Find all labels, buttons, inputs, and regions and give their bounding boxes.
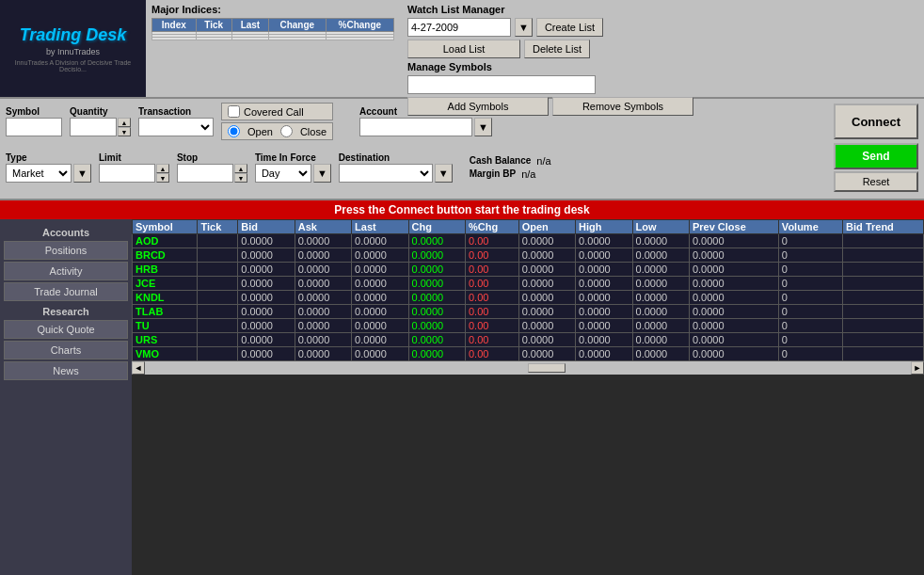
create-list-button[interactable]: Create List (536, 18, 603, 37)
col-symbol[interactable]: Symbol (133, 220, 198, 234)
tick-cell (198, 347, 238, 361)
low-cell: 0.0000 (632, 319, 689, 333)
indices-table: Index Tick Last Change %Change (151, 18, 394, 40)
close-radio[interactable] (280, 125, 293, 137)
last-cell: 0.0000 (352, 347, 408, 361)
watchlist-date-input[interactable] (407, 18, 511, 37)
scroll-left-btn[interactable]: ◄ (132, 361, 145, 375)
app-tagline: InnuTrades A Division of Decisive Trade … (5, 59, 141, 72)
limit-down-btn[interactable]: ▼ (156, 173, 169, 183)
transaction-select[interactable] (138, 118, 214, 136)
table-row[interactable]: HRB 0.0000 0.0000 0.0000 0.0000 0.00 0.0… (133, 263, 924, 277)
col-prevclose[interactable]: Prev Close (689, 220, 778, 234)
delete-list-button[interactable]: Delete List (524, 40, 590, 58)
tick-cell (198, 305, 238, 319)
bid-cell: 0.0000 (238, 291, 295, 305)
volume-cell: 0 (778, 248, 842, 263)
col-high[interactable]: High (576, 220, 632, 234)
watchlist-manager-panel: Watch List Manager ▼ Create List Load Li… (400, 0, 924, 97)
table-row[interactable]: VMO 0.0000 0.0000 0.0000 0.0000 0.00 0.0… (133, 347, 924, 361)
chg-cell: 0.0000 (408, 319, 465, 333)
app-logo: Trading Desk (20, 25, 127, 45)
type-select[interactable]: Market Limit Stop (6, 164, 72, 183)
indices-col-change[interactable]: Change (269, 19, 327, 32)
tick-cell (198, 333, 238, 347)
cash-balance-value: n/a (536, 155, 550, 167)
open-cell: 0.0000 (518, 277, 575, 291)
indices-col-last[interactable]: Last (231, 19, 268, 32)
app-subtitle: by InnuTrades (46, 47, 100, 56)
sidebar-item-trade-journal[interactable]: Trade Journal (4, 282, 128, 301)
table-row[interactable]: JCE 0.0000 0.0000 0.0000 0.0000 0.00 0.0… (133, 277, 924, 291)
volume-cell: 0 (778, 347, 842, 361)
quantity-up-btn[interactable]: ▲ (118, 118, 131, 127)
quantity-down-btn[interactable]: ▼ (118, 127, 131, 136)
col-tick[interactable]: Tick (198, 220, 238, 234)
indices-col-pctchange[interactable]: %Change (326, 19, 393, 32)
high-cell: 0.0000 (576, 234, 632, 248)
indices-col-tick[interactable]: Tick (196, 19, 231, 32)
transaction-field: Transaction (138, 106, 214, 136)
scroll-thumb[interactable] (528, 363, 566, 373)
prevclose-cell: 0.0000 (689, 263, 778, 277)
tif-dropdown-btn[interactable]: ▼ (313, 164, 331, 183)
connect-button[interactable]: Connect (834, 104, 918, 139)
scroll-track (146, 363, 910, 373)
table-row[interactable]: TU 0.0000 0.0000 0.0000 0.0000 0.00 0.00… (133, 319, 924, 333)
sidebar-item-activity[interactable]: Activity (4, 262, 128, 280)
sidebar-item-positions[interactable]: Positions (4, 241, 128, 260)
table-row[interactable]: BRCD 0.0000 0.0000 0.0000 0.0000 0.00 0.… (133, 248, 924, 263)
account-input[interactable] (359, 118, 472, 136)
col-pctchg[interactable]: %Chg (465, 220, 518, 234)
table-row[interactable]: URS 0.0000 0.0000 0.0000 0.0000 0.00 0.0… (133, 333, 924, 347)
stop-down-btn[interactable]: ▼ (234, 173, 247, 183)
table-row[interactable]: AOD 0.0000 0.0000 0.0000 0.0000 0.00 0.0… (133, 234, 924, 248)
col-chg[interactable]: Chg (408, 220, 465, 234)
limit-up-btn[interactable]: ▲ (156, 164, 169, 173)
quantity-input[interactable] (70, 118, 117, 136)
type-dropdown-btn[interactable]: ▼ (73, 164, 91, 183)
sidebar-item-news[interactable]: News (4, 361, 128, 380)
table-row[interactable]: TLAB 0.0000 0.0000 0.0000 0.0000 0.00 0.… (133, 305, 924, 319)
stop-up-btn[interactable]: ▲ (234, 164, 247, 173)
sidebar-item-quick-quote[interactable]: Quick Quote (4, 320, 128, 339)
account-dropdown-btn[interactable]: ▼ (474, 118, 492, 136)
col-last[interactable]: Last (352, 220, 408, 234)
col-ask[interactable]: Ask (295, 220, 351, 234)
col-volume[interactable]: Volume (778, 220, 842, 234)
symbol-cell: URS (133, 333, 198, 347)
remove-symbols-button[interactable]: Remove Symbols (552, 97, 693, 116)
indices-col-index[interactable]: Index (152, 19, 197, 32)
col-bid[interactable]: Bid (238, 220, 295, 234)
volume-cell: 0 (778, 319, 842, 333)
covered-call-checkbox[interactable] (228, 105, 240, 118)
time-in-force-select[interactable]: Day GTC IOC (255, 164, 311, 183)
limit-input[interactable] (99, 164, 155, 183)
col-bidtrend[interactable]: Bid Trend (843, 220, 924, 234)
send-button[interactable]: Send (834, 143, 918, 169)
symbol-input[interactable] (6, 118, 62, 136)
bidtrend-cell (843, 305, 924, 319)
tick-cell (198, 263, 238, 277)
col-open[interactable]: Open (518, 220, 575, 234)
watchlist-dropdown-btn[interactable]: ▼ (515, 18, 533, 37)
reset-button[interactable]: Reset (834, 171, 918, 192)
account-label: Account (359, 106, 492, 117)
ask-cell: 0.0000 (295, 234, 351, 248)
load-list-button[interactable]: Load List (407, 40, 520, 58)
volume-cell: 0 (778, 263, 842, 277)
open-radio[interactable] (228, 125, 240, 137)
sidebar-item-charts[interactable]: Charts (4, 341, 128, 359)
horizontal-scrollbar[interactable]: ◄ ► (132, 361, 924, 375)
margin-bp-value: n/a (521, 168, 535, 180)
accounts-section-header: Accounts (0, 223, 132, 240)
symbol-cell: JCE (133, 277, 198, 291)
dest-dropdown-btn[interactable]: ▼ (435, 164, 453, 183)
destination-select[interactable] (339, 164, 433, 183)
table-row[interactable]: KNDL 0.0000 0.0000 0.0000 0.0000 0.00 0.… (133, 291, 924, 305)
scroll-right-btn[interactable]: ► (911, 361, 924, 375)
col-low[interactable]: Low (632, 220, 689, 234)
manage-symbols-input[interactable] (407, 75, 596, 94)
low-cell: 0.0000 (632, 277, 689, 291)
stop-input[interactable] (177, 164, 233, 183)
